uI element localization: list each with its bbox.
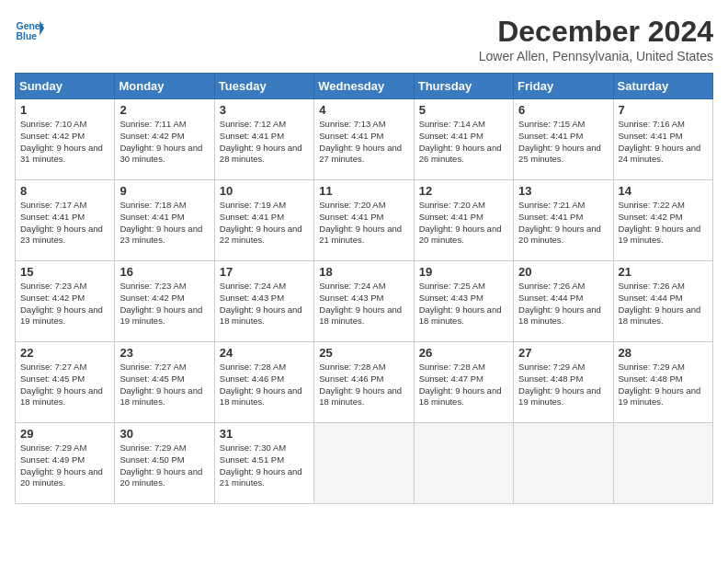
week-row-1: 1Sunrise: 7:10 AMSunset: 4:42 PMDaylight… <box>16 99 713 180</box>
day-number: 2 <box>119 103 209 117</box>
calendar-table: SundayMondayTuesdayWednesdayThursdayFrid… <box>15 73 713 504</box>
day-number: 20 <box>518 265 608 279</box>
day-info: Sunrise: 7:27 AMSunset: 4:45 PMDaylight:… <box>119 362 209 408</box>
day-info: Sunrise: 7:28 AMSunset: 4:46 PMDaylight:… <box>220 362 309 408</box>
calendar-cell: 10Sunrise: 7:19 AMSunset: 4:41 PMDayligh… <box>214 180 313 261</box>
day-info: Sunrise: 7:23 AMSunset: 4:42 PMDaylight:… <box>20 281 109 327</box>
day-number: 15 <box>20 265 109 279</box>
day-info: Sunrise: 7:14 AMSunset: 4:41 PMDaylight:… <box>419 119 508 166</box>
day-info: Sunrise: 7:30 AMSunset: 4:51 PMDaylight:… <box>220 442 309 489</box>
header-monday: Monday <box>115 74 214 99</box>
day-info: Sunrise: 7:23 AMSunset: 4:42 PMDaylight:… <box>119 281 209 327</box>
header-tuesday: Tuesday <box>214 74 313 99</box>
calendar-cell: 19Sunrise: 7:25 AMSunset: 4:43 PMDayligh… <box>414 261 513 342</box>
day-number: 10 <box>220 184 309 198</box>
day-number: 28 <box>619 346 708 360</box>
calendar-cell: 27Sunrise: 7:29 AMSunset: 4:48 PMDayligh… <box>514 342 613 423</box>
header-saturday: Saturday <box>613 74 712 99</box>
day-number: 12 <box>419 184 508 198</box>
calendar-cell: 4Sunrise: 7:13 AMSunset: 4:41 PMDaylight… <box>314 99 414 180</box>
calendar-cell: 6Sunrise: 7:15 AMSunset: 4:41 PMDaylight… <box>514 99 613 180</box>
day-number: 26 <box>419 346 508 360</box>
day-number: 16 <box>119 265 209 279</box>
calendar-cell: 11Sunrise: 7:20 AMSunset: 4:41 PMDayligh… <box>314 180 414 261</box>
header-sunday: Sunday <box>16 74 115 99</box>
calendar-cell: 9Sunrise: 7:18 AMSunset: 4:41 PMDaylight… <box>115 180 214 261</box>
calendar-cell: 21Sunrise: 7:26 AMSunset: 4:44 PMDayligh… <box>613 261 712 342</box>
day-info: Sunrise: 7:29 AMSunset: 4:49 PMDaylight:… <box>20 442 109 489</box>
calendar-cell: 29Sunrise: 7:29 AMSunset: 4:49 PMDayligh… <box>16 423 115 504</box>
day-info: Sunrise: 7:13 AMSunset: 4:41 PMDaylight:… <box>319 119 408 166</box>
day-number: 4 <box>319 103 408 117</box>
day-info: Sunrise: 7:26 AMSunset: 4:44 PMDaylight:… <box>518 281 608 327</box>
calendar-cell <box>414 423 513 504</box>
day-number: 24 <box>220 346 309 360</box>
day-info: Sunrise: 7:28 AMSunset: 4:47 PMDaylight:… <box>419 362 508 408</box>
calendar-subtitle: Lower Allen, Pennsylvania, United States <box>479 49 713 63</box>
calendar-cell <box>314 423 414 504</box>
day-info: Sunrise: 7:18 AMSunset: 4:41 PMDaylight:… <box>119 200 209 247</box>
calendar-cell: 23Sunrise: 7:27 AMSunset: 4:45 PMDayligh… <box>115 342 214 423</box>
day-info: Sunrise: 7:20 AMSunset: 4:41 PMDaylight:… <box>419 200 508 247</box>
day-number: 14 <box>619 184 708 198</box>
calendar-cell: 18Sunrise: 7:24 AMSunset: 4:43 PMDayligh… <box>314 261 414 342</box>
day-number: 18 <box>319 265 408 279</box>
day-number: 5 <box>419 103 508 117</box>
header-wednesday: Wednesday <box>314 74 414 99</box>
day-info: Sunrise: 7:24 AMSunset: 4:43 PMDaylight:… <box>220 281 309 327</box>
calendar-cell: 24Sunrise: 7:28 AMSunset: 4:46 PMDayligh… <box>214 342 313 423</box>
day-info: Sunrise: 7:12 AMSunset: 4:41 PMDaylight:… <box>220 119 309 166</box>
calendar-cell: 7Sunrise: 7:16 AMSunset: 4:41 PMDaylight… <box>613 99 712 180</box>
svg-text:Blue: Blue <box>17 31 38 41</box>
day-info: Sunrise: 7:29 AMSunset: 4:48 PMDaylight:… <box>619 362 708 408</box>
logo-icon: General Blue <box>15 15 44 44</box>
day-number: 9 <box>119 184 209 198</box>
week-row-5: 29Sunrise: 7:29 AMSunset: 4:49 PMDayligh… <box>16 423 713 504</box>
calendar-cell: 17Sunrise: 7:24 AMSunset: 4:43 PMDayligh… <box>214 261 313 342</box>
logo: General Blue <box>15 15 44 44</box>
calendar-cell: 20Sunrise: 7:26 AMSunset: 4:44 PMDayligh… <box>514 261 613 342</box>
day-number: 29 <box>20 427 109 441</box>
day-info: Sunrise: 7:10 AMSunset: 4:42 PMDaylight:… <box>20 119 109 166</box>
calendar-cell: 31Sunrise: 7:30 AMSunset: 4:51 PMDayligh… <box>214 423 313 504</box>
day-number: 31 <box>220 427 309 441</box>
day-number: 17 <box>220 265 309 279</box>
calendar-cell: 1Sunrise: 7:10 AMSunset: 4:42 PMDaylight… <box>16 99 115 180</box>
calendar-cell: 22Sunrise: 7:27 AMSunset: 4:45 PMDayligh… <box>16 342 115 423</box>
calendar-cell: 26Sunrise: 7:28 AMSunset: 4:47 PMDayligh… <box>414 342 513 423</box>
day-number: 23 <box>119 346 209 360</box>
header-row: SundayMondayTuesdayWednesdayThursdayFrid… <box>16 74 713 99</box>
calendar-cell: 14Sunrise: 7:22 AMSunset: 4:42 PMDayligh… <box>613 180 712 261</box>
day-info: Sunrise: 7:15 AMSunset: 4:41 PMDaylight:… <box>518 119 608 166</box>
calendar-cell: 2Sunrise: 7:11 AMSunset: 4:42 PMDaylight… <box>115 99 214 180</box>
day-number: 8 <box>20 184 109 198</box>
day-info: Sunrise: 7:25 AMSunset: 4:43 PMDaylight:… <box>419 281 508 327</box>
day-info: Sunrise: 7:24 AMSunset: 4:43 PMDaylight:… <box>319 281 408 327</box>
calendar-cell: 8Sunrise: 7:17 AMSunset: 4:41 PMDaylight… <box>16 180 115 261</box>
header-friday: Friday <box>514 74 613 99</box>
header-thursday: Thursday <box>414 74 513 99</box>
day-info: Sunrise: 7:19 AMSunset: 4:41 PMDaylight:… <box>220 200 309 247</box>
calendar-cell <box>613 423 712 504</box>
calendar-cell: 5Sunrise: 7:14 AMSunset: 4:41 PMDaylight… <box>414 99 513 180</box>
calendar-cell: 3Sunrise: 7:12 AMSunset: 4:41 PMDaylight… <box>214 99 313 180</box>
day-info: Sunrise: 7:22 AMSunset: 4:42 PMDaylight:… <box>619 200 708 247</box>
calendar-cell: 25Sunrise: 7:28 AMSunset: 4:46 PMDayligh… <box>314 342 414 423</box>
day-number: 19 <box>419 265 508 279</box>
week-row-3: 15Sunrise: 7:23 AMSunset: 4:42 PMDayligh… <box>16 261 713 342</box>
calendar-cell: 30Sunrise: 7:29 AMSunset: 4:50 PMDayligh… <box>115 423 214 504</box>
day-info: Sunrise: 7:28 AMSunset: 4:46 PMDaylight:… <box>319 362 408 408</box>
calendar-title: December 2024 <box>479 15 713 49</box>
calendar-cell: 15Sunrise: 7:23 AMSunset: 4:42 PMDayligh… <box>16 261 115 342</box>
day-number: 27 <box>518 346 608 360</box>
day-number: 25 <box>319 346 408 360</box>
day-info: Sunrise: 7:27 AMSunset: 4:45 PMDaylight:… <box>20 362 109 408</box>
title-block: December 2024 Lower Allen, Pennsylvania,… <box>479 15 713 63</box>
day-info: Sunrise: 7:17 AMSunset: 4:41 PMDaylight:… <box>20 200 109 247</box>
day-number: 11 <box>319 184 408 198</box>
calendar-cell: 13Sunrise: 7:21 AMSunset: 4:41 PMDayligh… <box>514 180 613 261</box>
calendar-cell <box>514 423 613 504</box>
day-info: Sunrise: 7:29 AMSunset: 4:48 PMDaylight:… <box>518 362 608 408</box>
calendar-cell: 12Sunrise: 7:20 AMSunset: 4:41 PMDayligh… <box>414 180 513 261</box>
day-info: Sunrise: 7:20 AMSunset: 4:41 PMDaylight:… <box>319 200 408 247</box>
